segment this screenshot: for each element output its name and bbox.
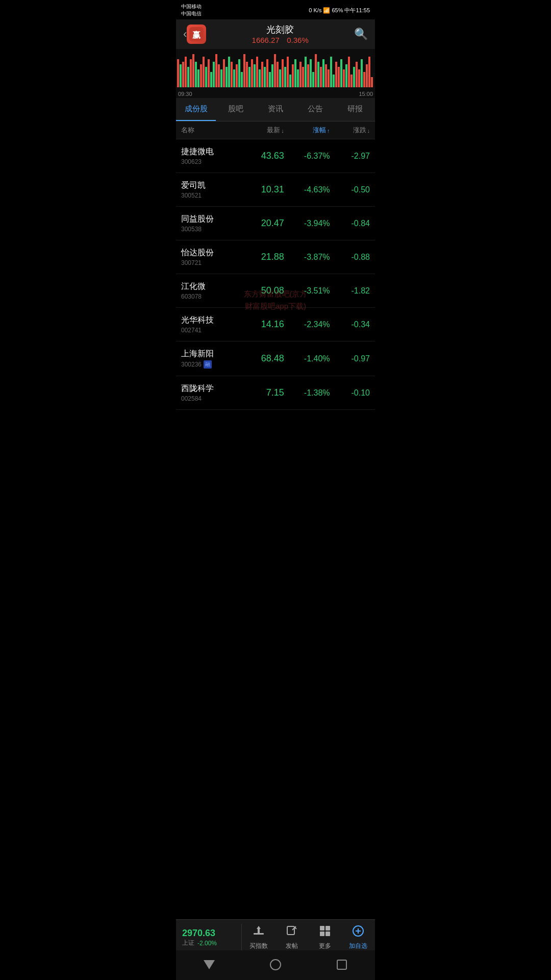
svg-rect-21: [226, 67, 228, 87]
stock-price: 14.16: [244, 319, 284, 330]
stock-code: 300521: [181, 192, 244, 199]
app-logo: 赢: [187, 24, 206, 44]
carrier-2: 中国电信: [181, 10, 202, 17]
stock-row-4[interactable]: 江化微 603078 50.08 -3.51% -1.82: [176, 274, 375, 308]
stock-name: 捷捷微电: [181, 146, 244, 157]
col-price: 最新: [244, 126, 284, 135]
stock-pct: -1.38%: [284, 388, 330, 398]
svg-rect-2: [177, 59, 179, 87]
svg-rect-20: [223, 59, 225, 87]
signal-icons: 📶: [323, 7, 330, 14]
stock-pct: -4.63%: [284, 185, 330, 194]
svg-rect-52: [305, 57, 307, 87]
svg-rect-25: [236, 64, 238, 87]
svg-rect-53: [307, 64, 309, 87]
stock-pct: -2.34%: [284, 320, 330, 329]
stock-name: 江化微: [181, 281, 244, 292]
svg-rect-15: [210, 72, 212, 87]
svg-rect-23: [231, 62, 233, 87]
svg-rect-8: [192, 54, 194, 87]
network-speed: 0 K/s: [309, 7, 321, 13]
svg-rect-59: [322, 59, 324, 87]
stock-name-col: 江化微 603078: [181, 281, 244, 300]
stock-code: 300623: [181, 158, 244, 165]
stock-code: 300538: [181, 226, 244, 233]
stock-change: 0.36%: [287, 36, 309, 44]
stock-pct: -3.94%: [284, 219, 330, 228]
stock-rows: 捷捷微电 300623 43.63 -6.37% -2.97 爱司凯 30052…: [176, 139, 375, 410]
svg-rect-5: [185, 57, 187, 87]
stock-code: 002584: [181, 395, 244, 402]
tab-bar: 成份股 股吧 资讯 公告 研报: [176, 98, 375, 121]
stock-name-col: 西陇科学 002584: [181, 383, 244, 402]
svg-text:赢: 赢: [192, 30, 201, 39]
stock-code: 300236融: [181, 360, 244, 369]
stock-row-5[interactable]: 光华科技 002741 14.16 -2.34% -0.34: [176, 308, 375, 341]
stock-code: 002741: [181, 327, 244, 334]
stock-row-7[interactable]: 西陇科学 002584 7.15 -1.38% -0.10: [176, 376, 375, 410]
stock-row-6[interactable]: 上海新阳 300236融 68.48 -1.40% -0.97: [176, 341, 375, 376]
header-center: 光刻胶 1666.27 0.36%: [206, 23, 354, 45]
stock-name: 光华科技: [181, 315, 244, 326]
search-icon[interactable]: 🔍: [354, 28, 368, 41]
svg-rect-61: [328, 69, 330, 87]
stock-price: 7.15: [244, 387, 284, 398]
svg-rect-4: [182, 62, 184, 87]
svg-rect-74: [361, 59, 363, 87]
stock-rise: -2.97: [330, 152, 370, 161]
stock-price: 10.31: [244, 184, 284, 195]
stock-pct: -3.87%: [284, 253, 330, 262]
tab-zixun[interactable]: 资讯: [256, 98, 295, 121]
stock-name-col: 光华科技 002741: [181, 315, 244, 334]
stock-price: 50.08: [244, 285, 284, 296]
svg-rect-11: [200, 64, 202, 87]
svg-rect-39: [271, 64, 273, 87]
stock-row-1[interactable]: 爱司凯 300521 10.31 -4.63% -0.50: [176, 173, 375, 207]
stock-rise: -0.88: [330, 253, 370, 262]
svg-rect-66: [340, 59, 342, 87]
svg-rect-9: [195, 62, 197, 87]
stock-name: 同益股份: [181, 214, 244, 225]
svg-rect-42: [279, 69, 281, 87]
svg-rect-33: [256, 57, 258, 87]
battery: 65%: [332, 7, 343, 13]
svg-rect-13: [205, 67, 207, 87]
stock-price: 43.63: [244, 151, 284, 161]
svg-rect-12: [203, 57, 205, 87]
svg-rect-26: [238, 59, 240, 87]
svg-rect-47: [292, 64, 294, 87]
stock-rise: -0.34: [330, 320, 370, 329]
header: ‹ 赢 光刻胶 1666.27 0.36% 🔍: [176, 19, 375, 49]
stock-name: 爱司凯: [181, 180, 244, 191]
stock-row-0[interactable]: 捷捷微电 300623 43.63 -6.37% -2.97: [176, 139, 375, 173]
tab-chengfen[interactable]: 成份股: [176, 98, 216, 121]
stock-rise: -0.50: [330, 185, 370, 194]
status-bar: 中国移动 中国电信 0 K/s 📶 65% 中午11:55: [176, 0, 375, 19]
stock-code: 300721: [181, 259, 244, 266]
rise-sort-icon[interactable]: [367, 127, 370, 134]
svg-rect-67: [343, 69, 345, 87]
stock-rise: -0.97: [330, 354, 370, 363]
stock-pct: -3.51%: [284, 286, 330, 296]
svg-rect-51: [302, 67, 304, 87]
svg-rect-50: [299, 62, 302, 87]
svg-rect-34: [259, 69, 261, 87]
table-header: 名称 最新 涨幅 涨跌: [176, 121, 375, 139]
stock-row-3[interactable]: 怡达股份 300721 21.88 -3.87% -0.88: [176, 240, 375, 274]
tab-guba[interactable]: 股吧: [216, 98, 256, 121]
svg-rect-71: [353, 67, 355, 87]
tab-yanbu[interactable]: 研报: [335, 98, 375, 121]
stock-price: 68.48: [244, 353, 284, 364]
svg-rect-38: [269, 72, 271, 87]
stock-rise: -0.10: [330, 388, 370, 398]
stock-table: 东方财富股吧(京方 财富股吧app下载) 捷捷微电 300623 43.63 -…: [176, 139, 375, 461]
svg-rect-78: [371, 77, 373, 87]
svg-rect-24: [233, 69, 235, 87]
stock-name-col: 同益股份 300538: [181, 214, 244, 233]
stock-row-2[interactable]: 同益股份 300538 20.47 -3.94% -0.84: [176, 207, 375, 240]
tab-gonggao[interactable]: 公告: [295, 98, 335, 121]
back-button[interactable]: ‹: [183, 28, 187, 41]
stock-name-col: 上海新阳 300236融: [181, 349, 244, 369]
svg-rect-48: [294, 59, 296, 87]
svg-rect-7: [190, 59, 192, 87]
